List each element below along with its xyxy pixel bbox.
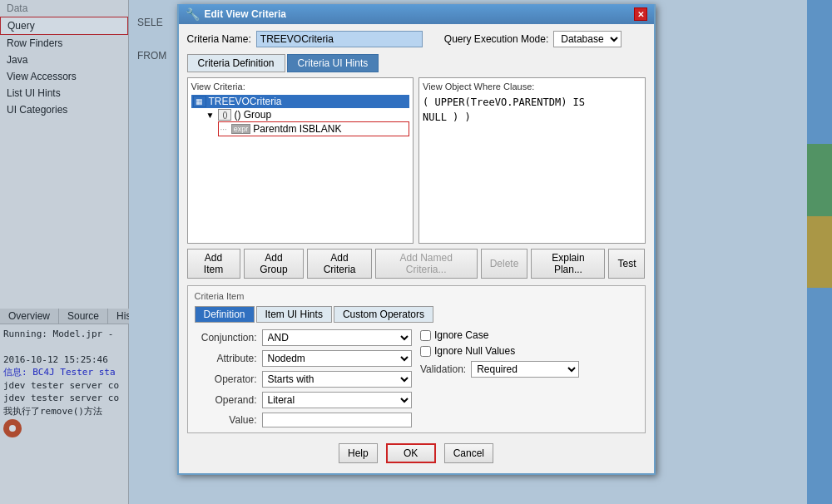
tree-root-label: TREEVOCriteria bbox=[209, 96, 282, 107]
explain-plan-button[interactable]: Explain Plan... bbox=[531, 249, 605, 279]
dialog-title: Edit View Criteria bbox=[205, 8, 286, 20]
bottom-buttons: Help OK Cancel bbox=[187, 440, 646, 467]
operand-label: Operand: bbox=[195, 394, 257, 406]
inner-tab-item-ui-hints[interactable]: Item UI Hints bbox=[256, 306, 332, 323]
tree-group-label: () Group bbox=[234, 109, 271, 121]
form-right-col: Ignore Case Ignore Null Values Validatio… bbox=[420, 329, 638, 427]
criteria-item-section-label: Criteria Item bbox=[195, 291, 638, 301]
where-clause-text: ( UPPER(TreeVO.PARENTDM) ISNULL ) ) bbox=[423, 95, 641, 125]
criteria-name-input[interactable] bbox=[256, 31, 423, 47]
ok-button[interactable]: OK bbox=[386, 443, 436, 463]
criteria-item-section: Criteria Item Definition Item UI Hints C… bbox=[187, 285, 646, 433]
operand-select[interactable]: Literal Parameter Variable bbox=[262, 392, 413, 408]
validation-select[interactable]: Required Optional Always Validate bbox=[471, 361, 579, 378]
add-group-button[interactable]: Add Group bbox=[244, 249, 305, 279]
value-input[interactable] bbox=[262, 413, 413, 427]
operator-select[interactable]: Starts with Equals Contains Is blank bbox=[262, 371, 413, 388]
operator-row: Operator: Starts with Equals Contains Is… bbox=[195, 371, 413, 388]
conjunction-row: Conjunction: AND OR bbox=[195, 329, 413, 346]
tree-root-item[interactable]: ▦ TREEVOCriteria bbox=[191, 95, 410, 108]
ignore-case-checkbox[interactable] bbox=[420, 330, 431, 341]
tree-leaf-icon: expr bbox=[231, 124, 251, 134]
attribute-select[interactable]: Nodedm bbox=[262, 350, 413, 367]
outer-tab-bar: Criteria Definition Criteria UI Hints bbox=[187, 54, 646, 72]
ignore-case-label: Ignore Case bbox=[434, 329, 488, 341]
form-left-col: Conjunction: AND OR Attribute: Nodedm bbox=[195, 329, 413, 427]
tree-children: ▼ () () Group ··· expr Parentdm ISBLANK bbox=[205, 108, 410, 136]
criteria-name-row: Criteria Name: Query Execution Mode: Dat… bbox=[187, 31, 646, 47]
operand-row: Operand: Literal Parameter Variable bbox=[195, 392, 413, 408]
cancel-button[interactable]: Cancel bbox=[444, 443, 493, 463]
tree-leaf-item[interactable]: ··· expr Parentdm ISBLANK bbox=[218, 121, 410, 136]
action-buttons-row: Add Item Add Group Add Criteria Add Name… bbox=[187, 249, 646, 279]
value-label: Value: bbox=[195, 414, 257, 426]
attribute-label: Attribute: bbox=[195, 353, 257, 364]
tab-criteria-ui-hints[interactable]: Criteria UI Hints bbox=[287, 54, 379, 72]
value-row: Value: bbox=[195, 413, 413, 427]
dialog-titlebar: 🔧 Edit View Criteria ✕ bbox=[179, 4, 654, 24]
add-item-button[interactable]: Add Item bbox=[187, 249, 240, 279]
view-criteria-panel: View Criteria: ▦ TREEVOCriteria ▼ () () … bbox=[187, 77, 414, 244]
validation-row: Validation: Required Optional Always Val… bbox=[420, 361, 638, 378]
tab-criteria-definition[interactable]: Criteria Definition bbox=[187, 54, 285, 72]
edit-view-criteria-dialog: 🔧 Edit View Criteria ✕ Criteria Name: Qu… bbox=[177, 4, 656, 475]
criteria-def-area: View Criteria: ▦ TREEVOCriteria ▼ () () … bbox=[187, 77, 646, 244]
operator-label: Operator: bbox=[195, 373, 257, 385]
add-named-criteria-button[interactable]: Add Named Criteria... bbox=[375, 249, 478, 279]
conjunction-select[interactable]: AND OR bbox=[262, 329, 413, 346]
criteria-name-label: Criteria Name: bbox=[187, 33, 251, 45]
view-criteria-panel-label: View Criteria: bbox=[191, 82, 410, 91]
tree-root-icon: ▦ bbox=[193, 96, 206, 107]
criteria-item-form: Conjunction: AND OR Attribute: Nodedm bbox=[195, 329, 638, 427]
tree-group-item[interactable]: ▼ () () Group bbox=[205, 108, 410, 121]
tree-leaf-prefix: ··· bbox=[220, 125, 227, 134]
tree-group-children: ··· expr Parentdm ISBLANK bbox=[218, 121, 410, 136]
ignore-case-row: Ignore Case bbox=[420, 329, 638, 341]
where-clause-label: View Object Where Clause: bbox=[423, 82, 641, 91]
ignore-null-values-label: Ignore Null Values bbox=[434, 345, 515, 357]
tree-leaf-label: Parentdm ISBLANK bbox=[253, 123, 341, 135]
add-criteria-button[interactable]: Add Criteria bbox=[307, 249, 371, 279]
inner-tab-definition[interactable]: Definition bbox=[195, 306, 255, 323]
query-exec-select[interactable]: Database Memory Both bbox=[553, 31, 622, 47]
ignore-null-values-checkbox[interactable] bbox=[420, 346, 431, 357]
test-button[interactable]: Test bbox=[608, 249, 645, 279]
query-exec-label: Query Execution Mode: bbox=[444, 33, 548, 45]
inner-tab-custom-operators[interactable]: Custom Operators bbox=[334, 306, 433, 323]
delete-button[interactable]: Delete bbox=[481, 249, 528, 279]
ignore-null-values-row: Ignore Null Values bbox=[420, 345, 638, 357]
conjunction-label: Conjunction: bbox=[195, 332, 257, 343]
attribute-row: Attribute: Nodedm bbox=[195, 350, 413, 367]
inner-tab-bar: Definition Item UI Hints Custom Operator… bbox=[195, 306, 638, 323]
validation-label: Validation: bbox=[420, 363, 466, 375]
where-clause-panel: View Object Where Clause: ( UPPER(TreeVO… bbox=[418, 77, 646, 244]
tree-expand-icon: ▼ bbox=[206, 111, 215, 120]
help-button[interactable]: Help bbox=[339, 443, 378, 463]
dialog-close-button[interactable]: ✕ bbox=[634, 7, 647, 21]
modal-overlay: 🔧 Edit View Criteria ✕ Criteria Name: Qu… bbox=[0, 0, 832, 504]
dialog-body: Criteria Name: Query Execution Mode: Dat… bbox=[179, 24, 654, 473]
tree-group-icon: () bbox=[218, 109, 231, 121]
